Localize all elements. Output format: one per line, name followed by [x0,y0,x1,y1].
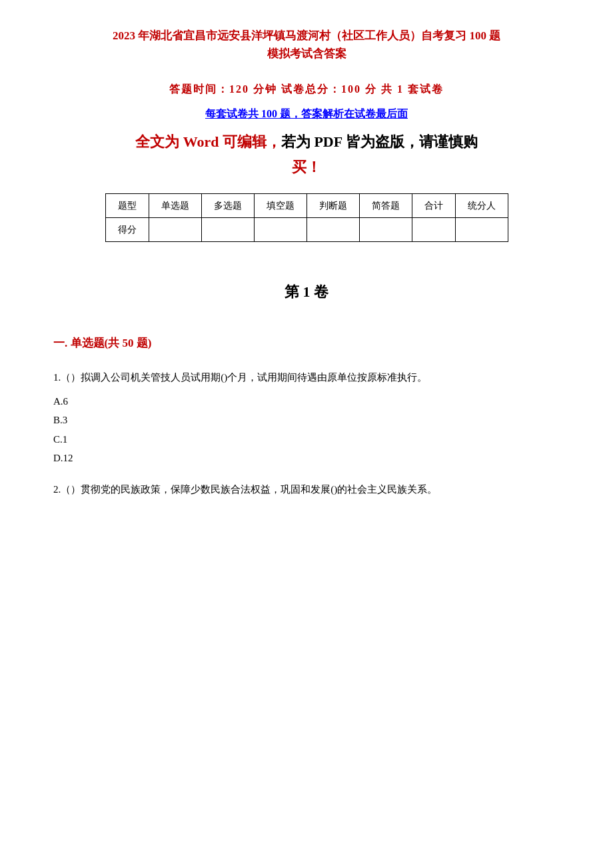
title-line1: 2023 年湖北省宜昌市远安县洋坪镇马渡河村（社区工作人员）自考复习 100 题 [53,27,560,45]
col-scorer: 统分人 [455,194,508,218]
col-multi: 多选题 [201,194,254,218]
word-notice: 全文为 Word 可编辑，若为 PDF 皆为盗版，请谨慎购 [53,132,560,152]
question-2: 2.（）贯彻党的民族政策，保障少数民族合法权益，巩固和发展()的社会主义民族关系… [53,481,560,499]
exam-notice: 每套试卷共 100 题，答案解析在试卷最后面 [53,107,560,121]
score-scorer [455,218,508,242]
question-1-text: 1.（）拟调入公司机关管技人员试用期()个月，试用期间待遇由原单位按原标准执行。 [53,372,427,383]
col-total: 合计 [412,194,455,218]
volume-label: 第 1 卷 [53,282,560,302]
score-total [412,218,455,242]
score-judge [306,218,359,242]
col-short: 简答题 [359,194,412,218]
page-title: 2023 年湖北省宜昌市远安县洋坪镇马渡河村（社区工作人员）自考复习 100 题… [53,27,560,63]
col-fill: 填空题 [254,194,306,218]
table-header-row: 题型 单选题 多选题 填空题 判断题 简答题 合计 统分人 [105,194,508,218]
word-notice-red: 全文为 Word 可编辑， [135,133,281,150]
score-single [149,218,201,242]
score-multi [201,218,254,242]
exam-info: 答题时间：120 分钟 试卷总分：100 分 共 1 套试卷 [53,83,560,97]
option-1-b: B.3 [53,411,560,430]
table-score-row: 得分 [105,218,508,242]
question-1: 1.（）拟调入公司机关管技人员试用期()个月，试用期间待遇由原单位按原标准执行。 [53,369,560,387]
option-1-a: A.6 [53,392,560,411]
title-line2: 模拟考试含答案 [53,45,560,63]
score-short [359,218,412,242]
question-2-text: 2.（）贯彻党的民族政策，保障少数民族合法权益，巩固和发展()的社会主义民族关系… [53,484,437,495]
section-type-label: 一. 单选题(共 50 题) [53,335,560,351]
row-label: 得分 [105,218,149,242]
col-single: 单选题 [149,194,201,218]
col-type: 题型 [105,194,149,218]
col-judge: 判断题 [306,194,359,218]
option-1-c: C.1 [53,430,560,449]
question-1-options: A.6 B.3 C.1 D.12 [53,392,560,468]
option-1-d: D.12 [53,449,560,468]
score-fill [254,218,306,242]
word-notice-black: 若为 PDF 皆为盗版，请谨慎购 [281,133,478,150]
buy-text: 买！ [53,157,560,177]
score-table: 题型 单选题 多选题 填空题 判断题 简答题 合计 统分人 得分 [105,193,508,242]
